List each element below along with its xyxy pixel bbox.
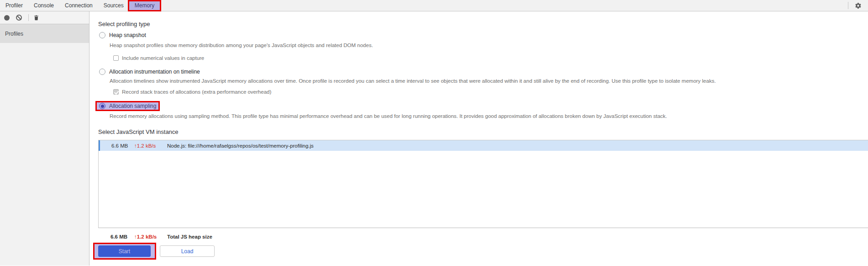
trash-icon[interactable] bbox=[33, 15, 39, 21]
checkbox-row-numeric-values: Include numerical values in capture bbox=[113, 55, 868, 61]
vm-instance-heading: Select JavaScript VM instance bbox=[98, 128, 868, 135]
checkbox-include-numerical-values-label[interactable]: Include numerical values in capture bbox=[122, 55, 204, 61]
tabbar-spacer bbox=[160, 0, 848, 11]
tabbar-right bbox=[848, 0, 868, 11]
profiles-section-header: Profiles bbox=[0, 24, 89, 43]
checkbox-include-numerical-values[interactable] bbox=[113, 55, 119, 61]
checkbox-record-stack-traces[interactable] bbox=[113, 89, 119, 95]
start-button[interactable]: Start bbox=[98, 245, 151, 257]
radio-allocation-timeline-label[interactable]: Allocation instrumentation on timeline bbox=[109, 69, 200, 75]
total-heap-size-label: Total JS heap size bbox=[167, 234, 212, 239]
heap-snapshot-description: Heap snapshot profiles show memory distr… bbox=[110, 43, 868, 48]
clear-icon[interactable] bbox=[16, 15, 22, 21]
memory-sidebar: Profiles bbox=[0, 11, 89, 266]
tab-memory-label: Memory bbox=[135, 2, 154, 9]
checkbox-record-stack-traces-label[interactable]: Record stack traces of allocations (extr… bbox=[122, 89, 271, 95]
tab-sources[interactable]: Sources bbox=[98, 0, 129, 11]
allocation-timeline-description: Allocation timelines show instrumented J… bbox=[110, 78, 868, 84]
vm-instance-row[interactable]: 6.6 MB ↑1.2 kB/s Node.js: file:///home/r… bbox=[99, 140, 868, 151]
radio-allocation-sampling-label[interactable]: Allocation sampling bbox=[109, 103, 156, 109]
load-button[interactable]: Load bbox=[160, 245, 215, 257]
vm-instance-list: 6.6 MB ↑1.2 kB/s Node.js: file:///home/r… bbox=[98, 140, 868, 228]
radio-allocation-timeline[interactable] bbox=[99, 69, 105, 75]
profiles-toolbar bbox=[0, 11, 89, 24]
option-allocation-sampling: Allocation sampling bbox=[98, 103, 868, 109]
tabbar-separator bbox=[848, 2, 848, 9]
profiling-type-heading: Select profiling type bbox=[98, 21, 868, 27]
tab-profiler[interactable]: Profiler bbox=[0, 0, 28, 11]
gear-icon[interactable] bbox=[855, 2, 862, 9]
vm-heap-size: 6.6 MB bbox=[111, 143, 134, 149]
memory-panel: Select profiling type Heap snapshot Heap… bbox=[89, 11, 868, 266]
toolbar-separator bbox=[28, 14, 29, 21]
total-allocation-rate: ↑1.2 kB/s bbox=[134, 234, 161, 239]
devtools-tabbar: Profiler Console Connection Sources Memo… bbox=[0, 0, 868, 11]
tab-memory[interactable]: Memory bbox=[129, 0, 160, 11]
radio-heap-snapshot-label[interactable]: Heap snapshot bbox=[109, 32, 146, 38]
tab-console[interactable]: Console bbox=[28, 0, 59, 11]
profiles-header-label: Profiles bbox=[5, 31, 23, 37]
option-heap-snapshot: Heap snapshot bbox=[98, 32, 868, 38]
tab-connection[interactable]: Connection bbox=[59, 0, 98, 11]
record-icon[interactable] bbox=[4, 15, 10, 21]
radio-allocation-sampling[interactable] bbox=[99, 103, 105, 109]
total-heap-size-value: 6.6 MB bbox=[110, 234, 134, 239]
heap-total-summary: 6.6 MB ↑1.2 kB/s Total JS heap size bbox=[98, 234, 868, 239]
vm-instance-name: Node.js: file:///home/rafaelgss/repos/os… bbox=[167, 143, 314, 149]
option-allocation-timeline: Allocation instrumentation on timeline bbox=[98, 69, 868, 75]
checkbox-row-stack-traces: Record stack traces of allocations (extr… bbox=[113, 89, 868, 95]
allocation-sampling-description: Record memory allocations using sampling… bbox=[110, 113, 868, 119]
profiles-list-empty bbox=[0, 43, 89, 266]
action-buttons-row: Start Load bbox=[98, 245, 868, 257]
radio-heap-snapshot[interactable] bbox=[99, 32, 105, 38]
vm-allocation-rate: ↑1.2 kB/s bbox=[134, 143, 162, 149]
